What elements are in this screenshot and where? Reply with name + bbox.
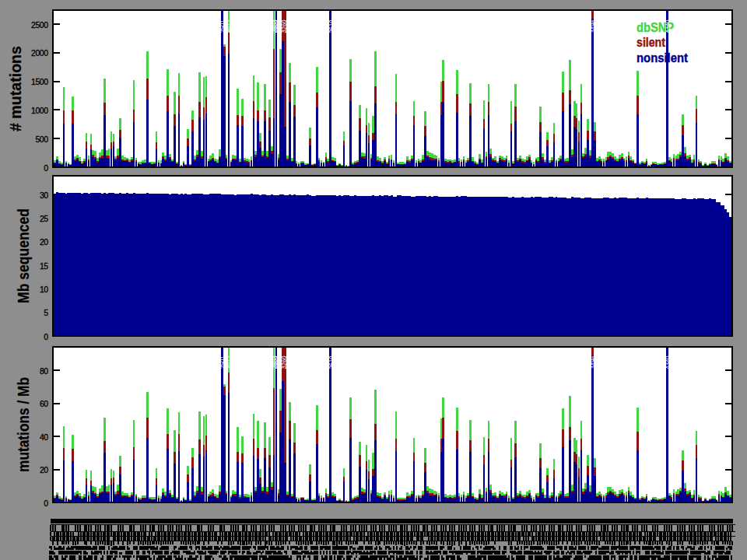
- svg-text:30: 30: [40, 191, 48, 200]
- svg-text:nonsilent: nonsilent: [637, 51, 689, 65]
- svg-text:25: 25: [40, 214, 48, 223]
- svg-text:1500: 1500: [31, 77, 48, 86]
- svg-text:80: 80: [40, 366, 48, 376]
- svg-text:4340: 4340: [663, 356, 672, 369]
- svg-text:0: 0: [44, 332, 48, 341]
- svg-text:15: 15: [40, 261, 48, 271]
- svg-text:4340: 4340: [663, 20, 672, 33]
- svg-text:mutations / Mb: mutations / Mb: [15, 377, 32, 472]
- svg-text:500: 500: [36, 135, 49, 144]
- svg-text:# mutations: # mutations: [7, 46, 24, 131]
- svg-text:10: 10: [40, 285, 48, 294]
- svg-text:2500: 2500: [31, 20, 48, 30]
- svg-text:2510: 2510: [327, 20, 335, 33]
- svg-text:60: 60: [40, 399, 48, 408]
- svg-text:3496: 3496: [588, 20, 597, 33]
- svg-text:3077: 3077: [225, 20, 233, 33]
- svg-text:20: 20: [40, 465, 48, 474]
- svg-text:20: 20: [40, 237, 48, 247]
- svg-text:0: 0: [44, 163, 48, 173]
- svg-text:5: 5: [44, 308, 48, 317]
- svg-text:silent: silent: [637, 36, 666, 49]
- svg-text:3077: 3077: [225, 356, 233, 369]
- svg-text:40: 40: [40, 432, 48, 442]
- svg-text:3496: 3496: [588, 356, 597, 369]
- svg-text:3260: 3260: [279, 20, 288, 33]
- svg-text:0: 0: [44, 499, 48, 508]
- svg-text:2510: 2510: [327, 356, 335, 369]
- svg-text:3260: 3260: [279, 356, 288, 369]
- svg-text:2000: 2000: [31, 48, 48, 58]
- svg-text:Mb sequenced: Mb sequenced: [15, 208, 32, 303]
- svg-text:1000: 1000: [31, 106, 48, 115]
